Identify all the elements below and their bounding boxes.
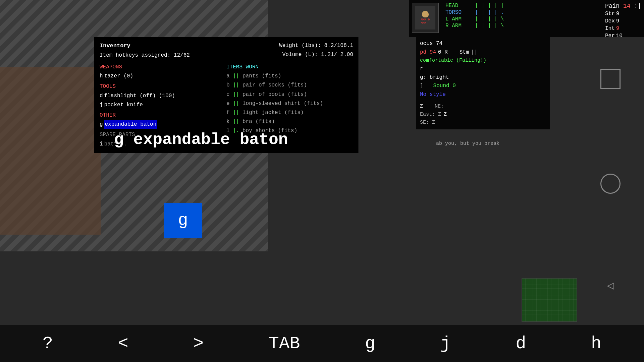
weight-value: 8.2/108.1 [324,43,353,49]
larm-row: L ARM | | | | \ [445,16,598,22]
inventory-title: Inventory [100,41,190,51]
item-d-name: flashlight (off) (100) [104,92,175,101]
compass-section: Z NE: East: Z Z SE: Z [420,103,546,127]
pd-extra: 0 R [438,48,448,57]
square-button[interactable] [600,69,621,89]
stm-label: Stm [450,48,469,57]
item-b-name: pair of socks (fits) [243,82,307,88]
minimap [522,278,577,322]
item-e-shirt[interactable]: e || long-sleeved shirt (fits) [226,99,353,108]
item-c-boots[interactable]: c || pair of boots (fits) [226,90,353,99]
item-g-baton[interactable]: g expandable baton [100,120,226,129]
pd-value: pd 94 [420,48,436,57]
body-parts: HEAD | | | | | TORSO | | | | . L ARM | |… [445,3,598,29]
item-f-bars: || [233,110,239,116]
condition-line: comfortable (Falling!) [420,57,546,65]
item-k-bars: || [233,119,239,125]
item-k-key: k [226,119,233,125]
item-a-pants[interactable]: a || pants (fits) [226,72,353,81]
back-button[interactable]: ◁ [607,278,614,293]
item-h-tazer[interactable]: h tazer (0) [100,72,226,81]
item-j-name: pocket knife [104,101,143,110]
bottom-bar: ? < > TAB g j d h [0,325,644,362]
torso-row: TORSO | | | | . [445,9,598,15]
char-head [422,11,429,17]
g-button-label: g [178,211,188,230]
btn-d[interactable]: d [516,334,526,354]
rarm-label: R ARM [445,23,472,29]
rarm-bars: | | | | \ [475,23,504,29]
compass-east-row: East: Z Z [420,111,546,119]
focus-value: 74 [436,41,442,47]
log-message: ab you, but you break [436,141,499,146]
item-g-name: expandable baton [104,120,157,129]
pd-line: pd 94 0 R Stm || [420,48,546,57]
log-text: ab you, but you break [436,141,577,146]
compass-se-row: SE: Z [420,119,546,127]
btn-tab[interactable]: TAB [269,334,300,354]
g-hotkey-button[interactable]: g [164,203,202,238]
weight-label: Weight (lbs): [279,43,321,49]
stm-bars: || [471,48,477,57]
side-panel: ocus 74 pd 94 0 R Stm || comfortable (Fa… [416,37,550,129]
item-h-name: tazer (0) [104,72,133,81]
r-marker: r [420,65,546,73]
item-tooltip: g expandable baton [114,131,288,149]
focus-line: ocus 74 [420,40,546,48]
btn-prev[interactable]: < [118,334,128,354]
inventory-hotkeys: Item hotkeys assigned: 12/62 [100,51,190,60]
item-a-name: pants (fits) [243,73,281,79]
health-panel: HEAD | | | | | TORSO | | | | . L ARM | |… [445,3,598,29]
inventory-right-header: Weight (lbs): 8.2/108.1 Volume (L): 1.21… [279,41,353,60]
item-d-flashlight[interactable]: d flashlight (off) (100) [100,92,226,101]
item-j-key: j [100,101,103,110]
item-f-jacket[interactable]: f || light jacket (fits) [226,108,353,117]
compass-east-label: East: Z [420,111,441,119]
btn-j[interactable]: j [440,334,451,354]
btn-next[interactable]: > [193,334,204,354]
char-body-mmm: MMM|0MMM| [421,18,430,25]
weapons-header: WEAPONS [100,63,226,72]
item-g-line: g: bright [420,73,546,82]
rarm-row: R ARM | | | | \ [445,23,598,29]
inventory-volume: Volume (L): 1.21/ 2.00 [279,50,353,59]
character-portrait: MMM|0MMM| [412,3,439,33]
item-h-key: h [100,72,103,81]
compass-ne-row: Z NE: [420,103,546,111]
compass-ne-label: NE: [426,103,444,111]
item-e-name: long-sleeved shirt (fits) [243,101,323,107]
item-f-key: f [226,110,233,116]
head-bars: | | | | | [475,3,504,9]
item-b-key: b [226,82,233,88]
other-header: OTHER [100,111,226,120]
item-e-bars: || [233,101,239,107]
item-i-key: i [100,140,103,149]
item-c-key: c [226,92,233,98]
sound-line: Sound 0 [433,82,456,90]
btn-g[interactable]: g [365,334,375,354]
compass-se-label: SE: Z [420,119,435,127]
item-j-knife[interactable]: j pocket knife [100,101,226,110]
item-k-bra[interactable]: k || bra (fits) [226,117,353,126]
focus-label: ocus [420,41,436,47]
item-e-key: e [226,101,233,107]
sound-value: 0 [452,83,456,89]
btn-question[interactable]: ? [43,334,53,354]
items-worn-header: ITEMS WORN [226,63,353,72]
inventory-header: Inventory Item hotkeys assigned: 12/62 W… [100,41,353,60]
inventory-weight: Weight (lbs): 8.2/108.1 [279,41,353,50]
item-c-bars: || [233,92,239,98]
larm-label: L ARM [445,16,472,22]
item-b-socks[interactable]: b || pair of socks (fits) [226,81,353,90]
circle-button[interactable] [600,174,621,194]
compass-east-val: Z [444,111,447,119]
tools-header: TOOLS [100,82,226,91]
volume-value: 1.21/ 2.00 [321,52,353,58]
btn-h[interactable]: h [591,334,601,354]
no-style-line: No style [420,90,546,99]
mobile-controls: ◁ [577,0,644,362]
item-a-key: a [226,73,233,79]
head-row: HEAD | | | | | [445,3,598,9]
minimap-display [522,279,577,321]
torso-bars: | | | | . [475,9,504,15]
